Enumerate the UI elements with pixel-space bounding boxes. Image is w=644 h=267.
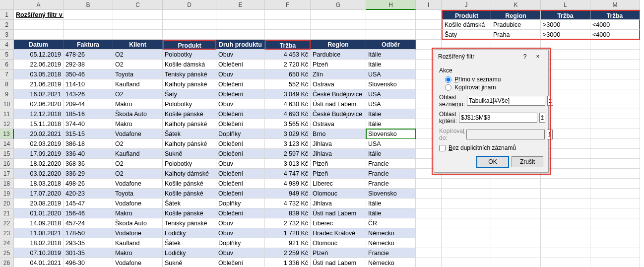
row-header-16[interactable]: 16: [0, 159, 14, 169]
table-cell[interactable]: 374-40: [64, 119, 113, 129]
table-cell[interactable]: Plzeň: [311, 159, 366, 169]
table-cell[interactable]: Ústí nad Labem: [311, 208, 366, 218]
table-cell[interactable]: Sukně: [163, 258, 216, 267]
column-header-D[interactable]: D: [163, 0, 216, 10]
table-cell[interactable]: Itálie: [366, 60, 416, 69]
cell-D2[interactable]: [163, 20, 216, 30]
column-header-G[interactable]: G: [311, 0, 366, 10]
table-cell[interactable]: Vodafone: [113, 129, 163, 139]
table-cell[interactable]: 2 597 Kč: [265, 149, 311, 159]
table-cell[interactable]: 04.01.2021: [14, 258, 64, 267]
criteria-header-tržba[interactable]: Tržba: [590, 10, 640, 20]
row-header-9[interactable]: 9: [0, 89, 14, 99]
row-header-15[interactable]: 15: [0, 149, 14, 159]
table-cell[interactable]: Obuv: [216, 248, 265, 258]
table-cell[interactable]: Ústí nad Labem: [311, 99, 366, 109]
table-cell[interactable]: Itálie: [366, 208, 416, 218]
table-cell[interactable]: Německo: [366, 238, 416, 248]
table-cell[interactable]: 301-35: [64, 248, 113, 258]
table-cell[interactable]: 4 693 Kč: [265, 109, 311, 119]
table-cell[interactable]: 4 732 Kč: [265, 199, 311, 208]
table-cell[interactable]: 4 630 Kč: [265, 99, 311, 109]
table-header-druh produktu[interactable]: Druh produktu: [216, 40, 265, 50]
table-cell[interactable]: Šátek: [163, 238, 216, 248]
criteria-cell[interactable]: >3000: [541, 20, 590, 30]
row-header-22[interactable]: 22: [0, 218, 14, 228]
cell-M23[interactable]: [590, 228, 640, 238]
cell-I20[interactable]: [416, 199, 442, 208]
table-cell[interactable]: USA: [366, 69, 416, 79]
row-header-26[interactable]: 26: [0, 258, 14, 267]
cell-I19[interactable]: [416, 189, 442, 199]
cell-I25[interactable]: [416, 248, 442, 258]
table-cell[interactable]: 21.06.2019: [14, 79, 64, 89]
cell-I22[interactable]: [416, 218, 442, 228]
table-cell[interactable]: Francie: [366, 179, 416, 189]
cell-L4[interactable]: [541, 40, 590, 50]
cell-M20[interactable]: [590, 199, 640, 208]
table-cell[interactable]: Německo: [366, 228, 416, 238]
cell-D3[interactable]: [163, 30, 216, 40]
cell-B2[interactable]: [64, 20, 113, 30]
table-cell[interactable]: 02.06.2020: [14, 99, 64, 109]
table-cell[interactable]: USA: [366, 139, 416, 149]
table-cell[interactable]: Obuv: [216, 218, 265, 228]
table-cell[interactable]: Olomouc: [311, 189, 366, 199]
table-cell[interactable]: Olomouc: [311, 238, 366, 248]
table-header-datum[interactable]: Datum: [14, 40, 64, 50]
active-cell[interactable]: Slovensko: [366, 129, 416, 139]
table-cell[interactable]: Obuv: [216, 228, 265, 238]
table-header-tržba[interactable]: Tržba: [265, 40, 311, 50]
cell-H3[interactable]: [366, 30, 416, 40]
table-cell[interactable]: Obuv: [216, 99, 265, 109]
table-cell[interactable]: Itálie: [366, 50, 416, 60]
table-cell[interactable]: Oblečení: [216, 208, 265, 218]
table-cell[interactable]: Zlín: [311, 69, 366, 79]
cell-E1[interactable]: [216, 10, 265, 20]
cell-J26[interactable]: [442, 258, 491, 267]
table-cell[interactable]: Ústí nad Labem: [311, 258, 366, 267]
cell-J4[interactable]: [442, 40, 491, 50]
column-header-B[interactable]: B: [64, 0, 113, 10]
table-cell[interactable]: 05.12.2019: [14, 50, 64, 60]
table-cell[interactable]: 18.02.2018: [14, 238, 64, 248]
criteria-cell[interactable]: <4000: [590, 30, 640, 40]
table-cell[interactable]: Plzeň: [311, 60, 366, 69]
radio-copy-elsewhere[interactable]: [445, 84, 451, 91]
cell-L25[interactable]: [541, 248, 590, 258]
table-cell[interactable]: Lodičky: [163, 228, 216, 238]
row-header-20[interactable]: 20: [0, 199, 14, 208]
cell-J23[interactable]: [442, 228, 491, 238]
table-header-region[interactable]: Region: [311, 40, 366, 50]
column-header-F[interactable]: F: [265, 0, 311, 10]
cell-C2[interactable]: [113, 20, 163, 30]
table-cell[interactable]: Brno: [311, 129, 366, 139]
table-cell[interactable]: Doplňky: [216, 129, 265, 139]
unique-records-checkbox[interactable]: [439, 145, 446, 151]
column-header-E[interactable]: E: [216, 0, 265, 10]
cell-H1[interactable]: [366, 10, 416, 20]
table-cell[interactable]: Košile pánské: [163, 189, 216, 199]
cell-L22[interactable]: [541, 218, 590, 228]
table-cell[interactable]: 15.11.2018: [14, 119, 64, 129]
cell-M7[interactable]: [590, 69, 640, 79]
table-cell[interactable]: 496-30: [64, 258, 113, 267]
cell-M25[interactable]: [590, 248, 640, 258]
table-cell[interactable]: Vodafone: [113, 258, 163, 267]
column-header-M[interactable]: M: [590, 0, 640, 10]
table-cell[interactable]: Plzeň: [311, 248, 366, 258]
table-cell[interactable]: 350-46: [64, 69, 113, 79]
table-cell[interactable]: Vodafone: [113, 179, 163, 189]
table-cell[interactable]: 4 453 Kč: [265, 50, 311, 60]
table-cell[interactable]: 839 Kč: [265, 208, 311, 218]
cell-L20[interactable]: [541, 199, 590, 208]
table-cell[interactable]: 145-47: [64, 199, 113, 208]
cell-K23[interactable]: [491, 228, 541, 238]
table-cell[interactable]: Košile dámská: [163, 60, 216, 69]
criteria-header-tržba[interactable]: Tržba: [541, 10, 590, 20]
table-cell[interactable]: O2: [113, 159, 163, 169]
radio-direct-in-list[interactable]: [445, 76, 451, 83]
table-cell[interactable]: Kaufland: [113, 79, 163, 89]
table-cell[interactable]: Oblečení: [216, 258, 265, 267]
table-cell[interactable]: 03.02.2020: [14, 169, 64, 179]
